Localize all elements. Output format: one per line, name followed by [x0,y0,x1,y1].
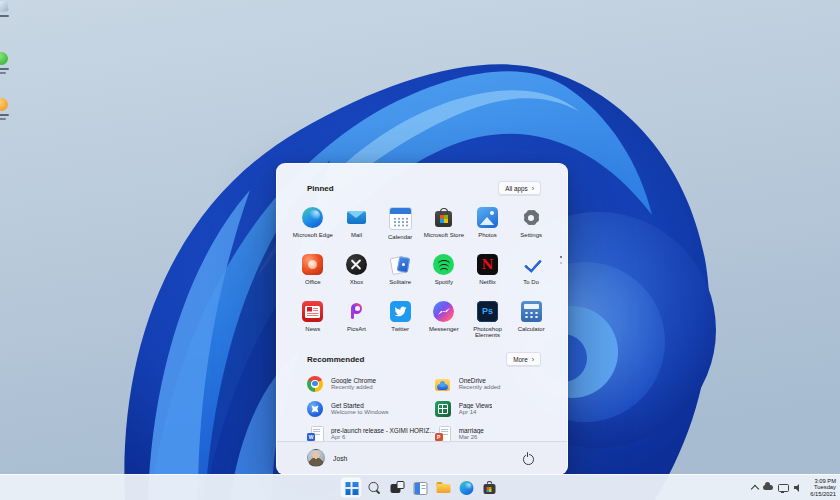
onedrive-tray-icon[interactable] [763,485,773,491]
microsoft-store-icon [433,207,454,228]
clock-day: Tuesday [810,484,836,490]
clock[interactable]: 3:09 PM Tuesday 6/15/2021 [810,478,836,497]
get-started-icon [307,401,323,417]
folder-icon [436,481,450,495]
pinned-header: Pinned [307,184,334,193]
pinned-app-office[interactable]: Office [291,250,335,296]
page-dot-active [560,256,562,258]
recommended-subtitle: Mar 26 [459,434,484,441]
shortcut-label [0,15,9,17]
recommended-subtitle: Welcome to Windows [331,409,389,416]
recommended-item-google-chrome[interactable]: Google Chrome Recently added [307,373,435,394]
pinned-app-picsart[interactable]: PicsArt [335,297,379,343]
start-menu: Pinned All apps › Microsoft Edge Mail Ca… [276,163,568,475]
recommended-grid: Google Chrome Recently added OneDrive Re… [277,366,567,444]
calculator-icon [521,301,542,322]
pinned-app-label: Solitaire [389,279,411,286]
news-icon [302,301,323,322]
solitaire-icon [390,254,411,275]
desktop-shortcut-3[interactable] [0,98,10,120]
pinned-app-microsoft-edge[interactable]: Microsoft Edge [291,203,335,249]
twitter-bird-icon [390,301,411,322]
photos-icon [477,207,498,228]
pinned-app-label: Photos [478,232,497,239]
mail-icon [346,207,367,228]
recommended-item-onedrive[interactable]: OneDrive Recently added [435,373,541,394]
pinned-app-label: Office [305,279,321,286]
taskbar-center-icons [341,475,500,500]
more-button[interactable]: More › [506,352,541,366]
pinned-app-twitter[interactable]: Twitter [378,297,422,343]
pinned-page-indicator[interactable] [560,256,562,264]
microsoft-store-icon [482,481,496,495]
shortcut-icon [0,98,8,111]
shortcut-icon [0,52,8,65]
xbox-icon [346,254,367,275]
volume-icon[interactable] [794,484,804,492]
task-view-button[interactable] [387,477,408,498]
pinned-app-solitaire[interactable]: Solitaire [378,250,422,296]
all-apps-button[interactable]: All apps › [498,181,541,195]
pinned-app-microsoft-store[interactable]: Microsoft Store [422,203,466,249]
hidden-icons-chevron-icon[interactable] [750,485,758,493]
desktop-shortcut-1[interactable] [0,1,10,17]
onedrive-folder-icon [435,376,451,392]
recommended-subtitle: Recently added [459,384,501,391]
power-button[interactable] [519,449,537,467]
calendar-icon [389,207,412,230]
widgets-button[interactable] [410,477,431,498]
messenger-icon [433,301,454,322]
recommended-title: Page Views [459,402,493,409]
desktop: Pinned All apps › Microsoft Edge Mail Ca… [0,0,840,500]
recommended-item-get-started[interactable]: Get Started Welcome to Windows [307,398,435,419]
pinned-app-mail[interactable]: Mail [335,203,379,249]
pinned-app-to-do[interactable]: To Do [509,250,553,296]
pinned-app-photos[interactable]: Photos [466,203,510,249]
edge-taskbar-button[interactable] [456,477,477,498]
user-name: Josh [333,455,347,462]
pinned-app-label: PicsArt [347,326,366,333]
shortcut-label [0,114,9,116]
search-button[interactable] [364,477,385,498]
recommended-subtitle: Apr 14 [459,409,493,416]
page-dot [560,262,562,264]
pinned-app-messenger[interactable]: Messenger [422,297,466,343]
user-profile-button[interactable]: Josh [307,449,347,467]
shortcut-icon [0,0,8,13]
edge-icon [302,207,323,228]
pinned-app-settings[interactable]: Settings [509,203,553,249]
excel-file-icon [435,401,451,417]
start-menu-user-bar: Josh [277,441,567,474]
edge-icon [459,481,473,495]
start-button[interactable] [341,477,362,498]
settings-gear-icon [521,207,542,228]
netflix-icon [477,254,498,275]
pinned-app-label: Netflix [479,279,496,286]
clock-date: 6/15/2021 [810,491,836,497]
pinned-apps-grid: Microsoft Edge Mail Calendar Microsoft S… [277,195,567,343]
pinned-app-calendar[interactable]: Calendar [378,203,422,249]
recommended-title: marriage [459,427,484,434]
pinned-app-label: Settings [520,232,542,239]
pinned-app-netflix[interactable]: Netflix [466,250,510,296]
task-view-icon [390,481,404,495]
recommended-item-page-views[interactable]: Page Views Apr 14 [435,398,541,419]
taskbar: 3:09 PM Tuesday 6/15/2021 [0,474,840,500]
pinned-app-news[interactable]: News [291,297,335,343]
store-taskbar-button[interactable] [479,477,500,498]
photoshop-elements-icon [477,301,498,322]
pinned-app-label: Xbox [350,279,364,286]
powerpoint-file-icon [435,426,451,442]
search-icon [367,481,381,495]
word-file-icon [307,426,323,442]
spotify-icon [433,254,454,275]
file-explorer-button[interactable] [433,477,454,498]
pinned-app-photoshop-elements[interactable]: Photoshop Elements [466,297,510,343]
desktop-shortcut-2[interactable] [0,52,10,74]
pinned-app-xbox[interactable]: Xbox [335,250,379,296]
pinned-app-spotify[interactable]: Spotify [422,250,466,296]
pinned-app-label: Spotify [435,279,453,286]
network-icon[interactable] [778,484,789,492]
pinned-app-label: Calendar [388,234,412,241]
pinned-app-calculator[interactable]: Calculator [509,297,553,343]
